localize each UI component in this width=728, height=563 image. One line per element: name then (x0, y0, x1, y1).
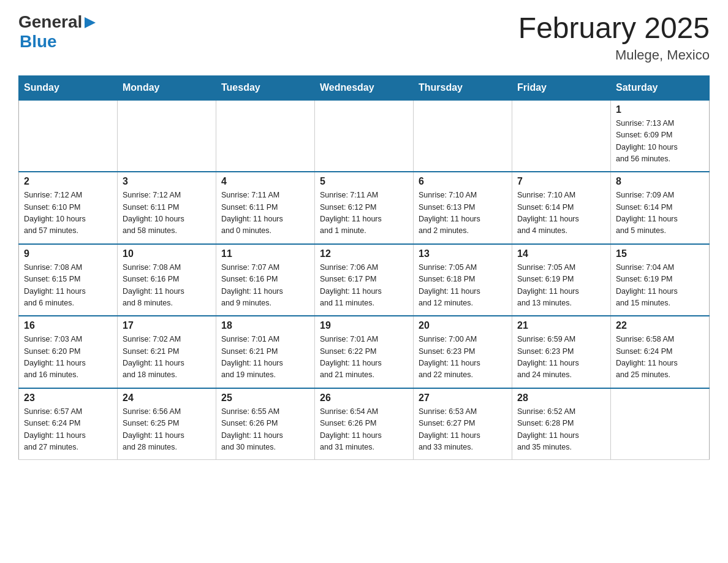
calendar-week-row: 2Sunrise: 7:12 AMSunset: 6:10 PMDaylight… (19, 172, 710, 244)
logo-general-text: General (18, 12, 82, 32)
day-info: Sunrise: 6:58 AMSunset: 6:24 PMDaylight:… (616, 334, 704, 381)
title-block: February 2025 Mulege, Mexico (518, 12, 710, 63)
calendar-cell: 10Sunrise: 7:08 AMSunset: 6:16 PMDayligh… (118, 244, 216, 316)
day-info: Sunrise: 7:02 AMSunset: 6:21 PMDaylight:… (123, 334, 211, 381)
day-info: Sunrise: 7:11 AMSunset: 6:11 PMDaylight:… (221, 190, 309, 237)
calendar-cell: 11Sunrise: 7:07 AMSunset: 6:16 PMDayligh… (216, 244, 315, 316)
calendar-cell (19, 100, 118, 172)
day-info: Sunrise: 7:05 AMSunset: 6:18 PMDaylight:… (419, 262, 507, 310)
day-number: 13 (419, 248, 507, 259)
day-info: Sunrise: 6:59 AMSunset: 6:23 PMDaylight:… (517, 334, 605, 381)
calendar-title: February 2025 (518, 12, 710, 45)
day-info: Sunrise: 6:53 AMSunset: 6:27 PMDaylight:… (419, 406, 507, 454)
calendar-cell (315, 100, 414, 172)
day-number: 23 (24, 393, 112, 404)
calendar-cell: 20Sunrise: 7:00 AMSunset: 6:23 PMDayligh… (414, 316, 512, 388)
calendar-cell: 6Sunrise: 7:10 AMSunset: 6:13 PMDaylight… (414, 172, 512, 244)
day-info: Sunrise: 7:12 AMSunset: 6:10 PMDaylight:… (24, 190, 112, 237)
weekday-header-tuesday: Tuesday (216, 75, 315, 100)
calendar-cell: 18Sunrise: 7:01 AMSunset: 6:21 PMDayligh… (216, 316, 315, 388)
day-number: 1 (616, 104, 704, 115)
day-number: 5 (320, 176, 408, 187)
day-number: 17 (123, 320, 211, 331)
calendar-cell: 23Sunrise: 6:57 AMSunset: 6:24 PMDayligh… (19, 388, 118, 460)
calendar-cell: 9Sunrise: 7:08 AMSunset: 6:15 PMDaylight… (19, 244, 118, 316)
day-number: 28 (517, 393, 605, 404)
day-info: Sunrise: 7:00 AMSunset: 6:23 PMDaylight:… (419, 334, 507, 381)
day-number: 10 (123, 248, 211, 259)
calendar-cell: 24Sunrise: 6:56 AMSunset: 6:25 PMDayligh… (118, 388, 216, 460)
calendar-cell: 26Sunrise: 6:54 AMSunset: 6:26 PMDayligh… (315, 388, 414, 460)
day-info: Sunrise: 6:55 AMSunset: 6:26 PMDaylight:… (221, 406, 309, 454)
day-number: 8 (616, 176, 704, 187)
svg-marker-0 (85, 17, 96, 28)
calendar-cell: 12Sunrise: 7:06 AMSunset: 6:17 PMDayligh… (315, 244, 414, 316)
day-number: 20 (419, 320, 507, 331)
page-header: General Blue February 2025 Mulege, Mexic… (18, 12, 710, 63)
calendar-cell (611, 388, 710, 460)
calendar-cell: 14Sunrise: 7:05 AMSunset: 6:19 PMDayligh… (512, 244, 611, 316)
day-info: Sunrise: 7:08 AMSunset: 6:16 PMDaylight:… (123, 262, 211, 310)
day-number: 6 (419, 176, 507, 187)
calendar-cell: 4Sunrise: 7:11 AMSunset: 6:11 PMDaylight… (216, 172, 315, 244)
day-number: 4 (221, 176, 309, 187)
calendar-subtitle: Mulege, Mexico (518, 47, 710, 63)
calendar-cell: 1Sunrise: 7:13 AMSunset: 6:09 PMDaylight… (611, 100, 710, 172)
day-info: Sunrise: 7:05 AMSunset: 6:19 PMDaylight:… (517, 262, 605, 310)
calendar-cell (216, 100, 315, 172)
logo: General Blue (18, 12, 97, 52)
day-info: Sunrise: 7:06 AMSunset: 6:17 PMDaylight:… (320, 262, 408, 310)
calendar-cell: 17Sunrise: 7:02 AMSunset: 6:21 PMDayligh… (118, 316, 216, 388)
day-number: 16 (24, 320, 112, 331)
calendar-cell: 25Sunrise: 6:55 AMSunset: 6:26 PMDayligh… (216, 388, 315, 460)
calendar-table: SundayMondayTuesdayWednesdayThursdayFrid… (18, 75, 710, 461)
calendar-cell: 13Sunrise: 7:05 AMSunset: 6:18 PMDayligh… (414, 244, 512, 316)
calendar-week-row: 9Sunrise: 7:08 AMSunset: 6:15 PMDaylight… (19, 244, 710, 316)
day-info: Sunrise: 7:09 AMSunset: 6:14 PMDaylight:… (616, 190, 704, 237)
day-info: Sunrise: 7:13 AMSunset: 6:09 PMDaylight:… (616, 118, 704, 166)
day-info: Sunrise: 7:11 AMSunset: 6:12 PMDaylight:… (320, 190, 408, 237)
calendar-cell: 19Sunrise: 7:01 AMSunset: 6:22 PMDayligh… (315, 316, 414, 388)
calendar-header: SundayMondayTuesdayWednesdayThursdayFrid… (19, 75, 710, 100)
day-number: 27 (419, 393, 507, 404)
calendar-cell: 8Sunrise: 7:09 AMSunset: 6:14 PMDaylight… (611, 172, 710, 244)
calendar-cell: 28Sunrise: 6:52 AMSunset: 6:28 PMDayligh… (512, 388, 611, 460)
day-info: Sunrise: 7:08 AMSunset: 6:15 PMDaylight:… (24, 262, 112, 310)
day-info: Sunrise: 7:07 AMSunset: 6:16 PMDaylight:… (221, 262, 309, 310)
calendar-cell: 16Sunrise: 7:03 AMSunset: 6:20 PMDayligh… (19, 316, 118, 388)
day-number: 12 (320, 248, 408, 259)
weekday-header-monday: Monday (118, 75, 216, 100)
logo-blue-text: Blue (20, 32, 57, 51)
calendar-week-row: 16Sunrise: 7:03 AMSunset: 6:20 PMDayligh… (19, 316, 710, 388)
day-info: Sunrise: 7:03 AMSunset: 6:20 PMDaylight:… (24, 334, 112, 381)
day-info: Sunrise: 7:04 AMSunset: 6:19 PMDaylight:… (616, 262, 704, 310)
day-info: Sunrise: 6:56 AMSunset: 6:25 PMDaylight:… (123, 406, 211, 454)
day-number: 25 (221, 393, 309, 404)
day-info: Sunrise: 6:54 AMSunset: 6:26 PMDaylight:… (320, 406, 408, 454)
day-number: 14 (517, 248, 605, 259)
day-number: 22 (616, 320, 704, 331)
day-info: Sunrise: 7:12 AMSunset: 6:11 PMDaylight:… (123, 190, 211, 237)
calendar-cell (414, 100, 512, 172)
calendar-cell (118, 100, 216, 172)
calendar-week-row: 23Sunrise: 6:57 AMSunset: 6:24 PMDayligh… (19, 388, 710, 460)
day-info: Sunrise: 7:10 AMSunset: 6:13 PMDaylight:… (419, 190, 507, 237)
day-info: Sunrise: 7:01 AMSunset: 6:22 PMDaylight:… (320, 334, 408, 381)
weekday-header-wednesday: Wednesday (315, 75, 414, 100)
calendar-cell: 7Sunrise: 7:10 AMSunset: 6:14 PMDaylight… (512, 172, 611, 244)
day-number: 11 (221, 248, 309, 259)
calendar-week-row: 1Sunrise: 7:13 AMSunset: 6:09 PMDaylight… (19, 100, 710, 172)
day-number: 9 (24, 248, 112, 259)
calendar-cell: 2Sunrise: 7:12 AMSunset: 6:10 PMDaylight… (19, 172, 118, 244)
day-number: 3 (123, 176, 211, 187)
calendar-cell: 27Sunrise: 6:53 AMSunset: 6:27 PMDayligh… (414, 388, 512, 460)
day-number: 7 (517, 176, 605, 187)
day-info: Sunrise: 7:10 AMSunset: 6:14 PMDaylight:… (517, 190, 605, 237)
logo-arrow-icon (83, 16, 97, 29)
weekday-header-sunday: Sunday (19, 75, 118, 100)
day-number: 24 (123, 393, 211, 404)
calendar-cell: 15Sunrise: 7:04 AMSunset: 6:19 PMDayligh… (611, 244, 710, 316)
weekday-header-friday: Friday (512, 75, 611, 100)
day-info: Sunrise: 7:01 AMSunset: 6:21 PMDaylight:… (221, 334, 309, 381)
day-number: 21 (517, 320, 605, 331)
